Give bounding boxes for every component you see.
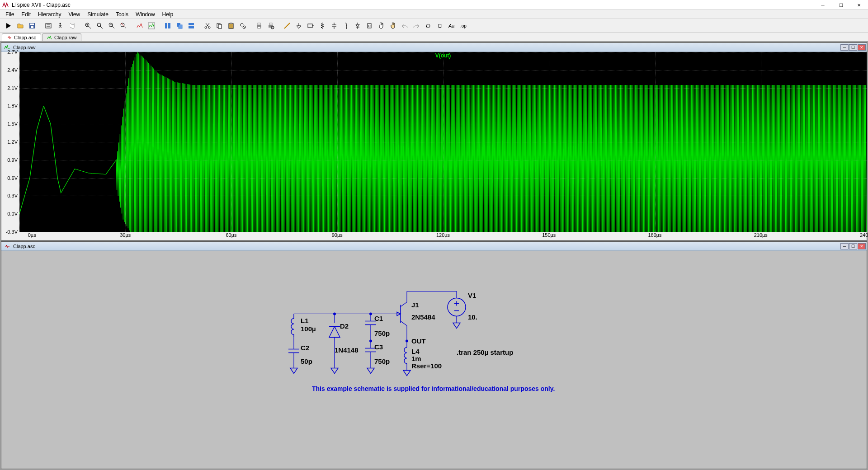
svg-point-7 [60, 23, 61, 24]
inductor-button[interactable] [341, 21, 351, 31]
schematic-titlebar[interactable]: Clapp.asc ─ ☐ ✕ [1, 242, 867, 251]
svg-rect-21 [165, 23, 167, 28]
svg-text:100µ: 100µ [301, 325, 316, 333]
menu-file[interactable]: File [2, 10, 18, 19]
print-setup-button[interactable] [266, 21, 276, 31]
svg-text:D2: D2 [340, 322, 349, 330]
draw-wire-button[interactable] [282, 21, 292, 31]
run-button[interactable] [4, 21, 14, 31]
menu-simulate[interactable]: Simulate [84, 10, 112, 19]
svg-line-9 [89, 26, 91, 28]
waveform-titlebar[interactable]: Clapp.raw ─ ☐ ✕ [1, 43, 867, 52]
svg-rect-40 [258, 27, 260, 28]
schematic-canvas[interactable]: L1 100µ C2 50p D2 1N4148 [1, 251, 867, 469]
paste-button[interactable] [226, 21, 236, 31]
svg-marker-78 [331, 368, 338, 374]
autorange-button[interactable] [135, 21, 145, 31]
pane-maximize-button[interactable]: ☐ [849, 243, 857, 249]
undo-button[interactable] [400, 21, 410, 31]
tab-label: Clapp.asc [14, 35, 36, 40]
svg-rect-42 [269, 23, 272, 25]
svg-rect-33 [229, 24, 233, 28]
svg-marker-122 [453, 323, 460, 329]
tab-clapp-raw[interactable]: Clapp.raw [42, 33, 82, 41]
svg-marker-46 [297, 26, 301, 28]
diode-button[interactable] [353, 21, 363, 31]
zoom-out-button[interactable] [107, 21, 117, 31]
svg-text:10.: 10. [468, 313, 477, 321]
ground-button[interactable] [294, 21, 304, 31]
tab-clapp-asc[interactable]: Clapp.asc [2, 33, 41, 41]
app-icon [2, 1, 9, 9]
schematic-pane: Clapp.asc ─ ☐ ✕ L1 100µ C2 [1, 241, 867, 469]
print-button[interactable] [254, 21, 264, 31]
pane-minimize-button[interactable]: ─ [840, 243, 849, 249]
wave-icon [47, 35, 52, 40]
svg-text:E: E [439, 24, 442, 28]
tile-windows-button[interactable] [163, 21, 173, 31]
pane-maximize-button[interactable]: ☐ [849, 44, 857, 51]
minimize-button[interactable]: ─ [814, 0, 832, 10]
pan-button[interactable] [95, 21, 105, 31]
move-button[interactable] [376, 21, 386, 31]
svg-text:C3: C3 [374, 343, 383, 351]
zoom-fit-button[interactable] [118, 21, 128, 31]
svg-rect-32 [218, 24, 222, 28]
svg-point-88 [369, 313, 372, 315]
menu-help[interactable]: Help [159, 10, 177, 19]
svg-text:D: D [368, 24, 371, 28]
y-axis[interactable]: 2.7V2.4V2.1V1.8V1.5V1.2V0.9V0.6V0.3V0.0V… [1, 52, 19, 232]
svg-rect-24 [179, 25, 182, 28]
drag-button[interactable] [388, 21, 398, 31]
spice-directive-button[interactable]: .op [458, 21, 468, 31]
cascade-windows-button[interactable] [175, 21, 184, 31]
text-button[interactable]: Aa [447, 21, 457, 31]
open-button[interactable] [15, 21, 25, 31]
close-button[interactable]: ✕ [850, 0, 868, 10]
toolbar: D EE Aa .op [0, 19, 868, 33]
rotate-button[interactable] [423, 21, 433, 31]
svg-text:V1: V1 [468, 291, 476, 299]
resistor-button[interactable] [317, 21, 327, 31]
mirror-button[interactable]: EE [435, 21, 445, 31]
zoom-in-button[interactable] [83, 21, 93, 31]
schematic-icon [7, 35, 12, 40]
redo-button[interactable] [411, 21, 421, 31]
run-man-icon[interactable] [55, 21, 65, 31]
pane-close-button[interactable]: ✕ [858, 243, 866, 249]
svg-text:L4: L4 [411, 348, 420, 355]
svg-rect-25 [189, 23, 194, 25]
menu-view[interactable]: View [65, 10, 84, 19]
svg-text:This example schematic is supp: This example schematic is supplied for i… [312, 385, 555, 392]
component-button[interactable]: D [364, 21, 374, 31]
svg-point-43 [271, 26, 274, 29]
save-button[interactable] [27, 21, 37, 31]
pane-close-button[interactable]: ✕ [858, 44, 866, 51]
menu-edit[interactable]: Edit [18, 10, 34, 19]
control-panel-button[interactable] [43, 21, 53, 31]
menu-window[interactable]: Window [132, 10, 159, 19]
tab-label: Clapp.raw [54, 35, 77, 40]
copy-button[interactable] [214, 21, 224, 31]
svg-rect-39 [258, 23, 260, 25]
menu-tools[interactable]: Tools [112, 10, 132, 19]
pick-visible-traces-button[interactable] [146, 21, 156, 31]
pane-minimize-button[interactable]: ─ [840, 44, 849, 51]
svg-rect-22 [168, 23, 170, 28]
find-button[interactable] [238, 21, 248, 31]
menu-bar: File Edit Hierarchy View Simulate Tools … [0, 10, 868, 19]
menu-hierarchy[interactable]: Hierarchy [34, 10, 65, 19]
maximize-button[interactable]: ☐ [832, 0, 850, 10]
svg-text:750p: 750p [374, 357, 390, 365]
label-net-button[interactable] [306, 21, 316, 31]
capacitor-button[interactable] [329, 21, 339, 31]
svg-text:750p: 750p [374, 329, 390, 337]
svg-text:J1: J1 [411, 301, 419, 309]
halt-button[interactable] [67, 21, 77, 31]
svg-text:Rser=100: Rser=100 [411, 362, 442, 370]
svg-marker-93 [367, 368, 374, 374]
cut-button[interactable] [203, 21, 212, 31]
x-axis[interactable]: 0µs30µs60µs90µs120µs150µs180µs210µs240µs [19, 232, 867, 240]
waveform-plot[interactable]: V(out) [19, 52, 867, 232]
close-all-button[interactable] [186, 21, 196, 31]
